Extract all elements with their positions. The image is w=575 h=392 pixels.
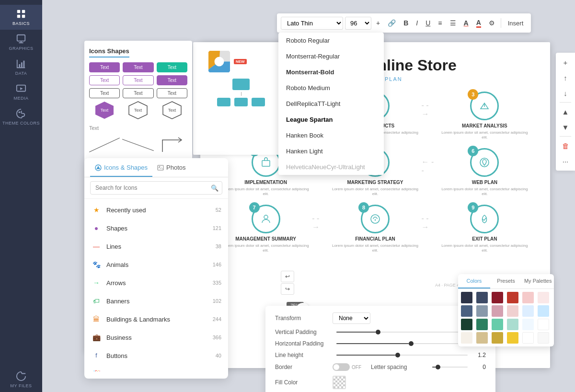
toolbar-list-btn[interactable]: ☰ — [447, 17, 459, 29]
toolbar-settings-btn[interactable]: ⚙ — [486, 17, 498, 29]
font-option-helvetica[interactable]: HelveticaNeueCyr-UltraLight — [278, 159, 384, 175]
swatch-9[interactable] — [507, 305, 518, 317]
sidebar-item-media[interactable]: MEDIA — [0, 80, 42, 104]
sidebar-item-data[interactable]: DATA — [0, 55, 42, 80]
text-btn-outline-dark-3[interactable]: Text — [157, 88, 187, 98]
icons-tab-photos[interactable]: Photos — [152, 158, 190, 177]
text-btn-purple-outline-1[interactable]: Text — [89, 75, 120, 85]
toolbar-bold-btn[interactable]: B — [401, 17, 411, 29]
right-tool-down[interactable]: ↓ — [557, 85, 574, 101]
font-option-roboto-regular[interactable]: Roboto Regular — [278, 33, 384, 48]
swatch-3[interactable] — [507, 292, 518, 303]
text-btn-purple-filled-1[interactable]: Text — [89, 62, 120, 72]
swatch-10[interactable] — [522, 305, 534, 317]
right-tool-add[interactable]: + — [557, 55, 574, 70]
toolbar-italic-btn[interactable]: I — [413, 17, 421, 29]
color-tab-colors[interactable]: Colors — [458, 274, 490, 288]
right-tool-more[interactable]: ··· — [557, 153, 574, 169]
hpad-slider[interactable] — [336, 343, 468, 344]
toolbar-insert[interactable]: Insert — [504, 18, 528, 29]
swatch-4[interactable] — [522, 292, 534, 303]
icons-category-shapes[interactable]: ● Shapes 121 — [84, 219, 228, 237]
swatch-21[interactable] — [507, 332, 518, 344]
sidebar-item-graphics[interactable]: GRAPHICS — [0, 30, 42, 55]
swatch-19[interactable] — [476, 332, 488, 344]
fill-color-swatch[interactable] — [333, 376, 346, 389]
right-tool-delete[interactable]: 🗑 — [557, 138, 574, 153]
icons-category-lines[interactable]: — Lines 38 — [84, 237, 228, 255]
text-btn-hex-1[interactable]: Text — [89, 101, 120, 119]
toolbar-link-btn[interactable]: 🔗 — [385, 17, 399, 29]
swatch-2[interactable] — [492, 292, 503, 303]
text-btn-outline-dark-1[interactable]: Text — [89, 88, 120, 98]
right-tool-layer-up[interactable]: ▲ — [557, 104, 574, 119]
vpad-slider[interactable] — [336, 332, 468, 333]
swatch-0[interactable] — [461, 292, 472, 303]
text-btn-purple-outline-2[interactable]: Text — [123, 75, 153, 85]
toolbar-text-bg-btn[interactable]: A — [473, 17, 484, 30]
line-item-3[interactable] — [157, 135, 187, 154]
swatch-14[interactable] — [492, 319, 503, 330]
right-tool-up[interactable]: ↑ — [557, 70, 574, 85]
swatch-1[interactable] — [476, 292, 488, 303]
swatch-17[interactable] — [538, 319, 549, 330]
lh-slider[interactable] — [336, 355, 468, 356]
swatch-16[interactable] — [522, 319, 534, 330]
text-btn-purple-filled-2[interactable]: Text — [123, 62, 153, 72]
ls-thumb[interactable] — [436, 365, 440, 369]
text-btn-teal-filled[interactable]: Text — [157, 62, 187, 72]
swatch-12[interactable] — [461, 319, 472, 330]
swatch-23[interactable] — [538, 332, 549, 344]
icons-category-buildings[interactable]: 🏛 Buildings & Landmarks 244 — [84, 310, 228, 328]
sidebar-item-theme-colors[interactable]: THEME COLORS — [0, 104, 42, 129]
lh-thumb[interactable] — [395, 353, 400, 357]
icons-category-business[interactable]: 💼 Business 366 — [84, 328, 228, 346]
icons-tab-icons-shapes[interactable]: Icons & Shapes — [90, 158, 152, 177]
swatch-11[interactable] — [538, 305, 549, 317]
toolbar-text-color-btn[interactable]: A — [461, 17, 472, 29]
toolbar-plus-btn[interactable]: + — [373, 17, 383, 29]
right-tool-layer-down[interactable]: ▼ — [557, 119, 574, 135]
font-selector[interactable]: Lato Thin — [281, 17, 343, 30]
swatch-5[interactable] — [538, 292, 549, 303]
font-option-montserrat-regular[interactable]: Montserrat-Regular — [278, 48, 384, 64]
ls-slider[interactable] — [432, 367, 468, 368]
canvas-undo-btn[interactable]: ↩ — [281, 271, 294, 282]
swatch-7[interactable] — [476, 305, 488, 317]
border-toggle[interactable] — [333, 363, 350, 371]
text-btn-purple-outline-3[interactable]: Text — [157, 75, 187, 85]
font-option-league-spartan[interactable]: League Spartan — [278, 112, 384, 127]
swatch-20[interactable] — [492, 332, 503, 344]
swatch-22[interactable] — [522, 332, 534, 344]
icons-category-recently-used[interactable]: ★ Recently used 52 — [84, 201, 228, 219]
font-size-selector[interactable]: 96 — [345, 17, 371, 30]
font-option-roboto-medium[interactable]: Roboto Medium — [278, 80, 384, 96]
swatch-15[interactable] — [507, 319, 518, 330]
font-option-montserrat-bold[interactable]: Montserrat-Bold — [278, 64, 384, 80]
icons-search-input[interactable] — [90, 181, 222, 195]
color-tab-my-palettes[interactable]: My Palettes — [522, 274, 554, 288]
swatch-6[interactable] — [461, 305, 472, 317]
font-option-hanken-light[interactable]: Hanken Light — [278, 143, 384, 159]
icons-category-arrows[interactable]: → Arrows 335 — [84, 274, 228, 292]
sidebar-item-my-files[interactable]: MY FILES — [0, 367, 42, 392]
toolbar-underline-btn[interactable]: U — [423, 17, 433, 29]
text-btn-hex-3[interactable]: Text — [157, 101, 187, 119]
canvas-redo-btn[interactable]: ↪ — [281, 283, 294, 295]
vpad-thumb[interactable] — [376, 330, 380, 334]
sidebar-item-basics[interactable]: BASICS — [0, 5, 42, 30]
icons-category-banners[interactable]: 🏷 Banners 102 — [84, 292, 228, 310]
line-item-1[interactable] — [89, 135, 120, 154]
icons-category-celebration[interactable]: 🎉 Celebration 198 — [84, 365, 228, 371]
toolbar-align-btn[interactable]: ≡ — [435, 17, 445, 29]
transform-select[interactable]: None — [333, 312, 370, 324]
font-option-hanken-book[interactable]: Hanken Book — [278, 127, 384, 143]
line-item-2[interactable] — [123, 135, 153, 154]
text-btn-outline-dark-2[interactable]: Text — [123, 88, 153, 98]
swatch-8[interactable] — [492, 305, 503, 317]
hpad-thumb[interactable] — [409, 341, 414, 346]
font-option-dellreplica[interactable]: DellReplicaTT-Light — [278, 96, 384, 112]
color-tab-presets[interactable]: Presets — [490, 274, 522, 288]
icons-category-buttons[interactable]: f Buttons 40 — [84, 346, 228, 365]
swatch-18[interactable] — [461, 332, 472, 344]
